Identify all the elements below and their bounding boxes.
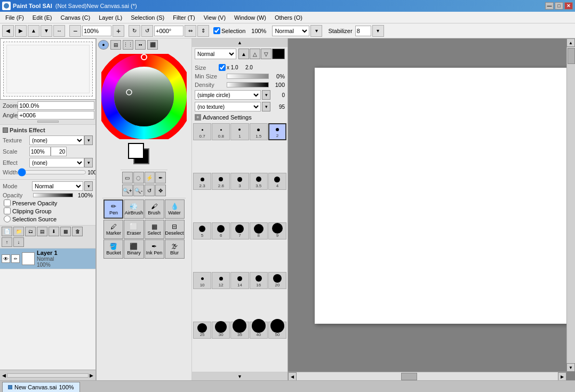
canvas-tab[interactable]: New Canvas.sai 100% bbox=[2, 382, 80, 392]
zoom-plus-tool[interactable]: 🔍+ bbox=[122, 185, 133, 196]
drawing-canvas[interactable] bbox=[315, 68, 575, 324]
brush-preset-item[interactable]: 50 bbox=[268, 322, 286, 339]
nav-next-button[interactable]: ▶ bbox=[15, 25, 27, 37]
airbrush-tool[interactable]: 💨 AirBrush bbox=[124, 199, 143, 219]
zoom-input[interactable]: 100% bbox=[82, 26, 111, 36]
layer-options-button[interactable]: ▤ bbox=[37, 227, 47, 236]
texture-dropdown-btn[interactable]: ▾ bbox=[262, 102, 270, 111]
menu-selection[interactable]: Selection (S) bbox=[126, 13, 169, 22]
maximize-button[interactable]: □ bbox=[555, 2, 563, 10]
brush-preset-item[interactable]: 30 bbox=[212, 322, 230, 339]
brush-preset-item[interactable]: 3.5 bbox=[250, 173, 268, 190]
menu-others[interactable]: Others (O) bbox=[270, 13, 307, 22]
new-folder-button[interactable]: 📁 bbox=[13, 227, 24, 236]
magic-wand-tool[interactable]: ⚡ bbox=[145, 172, 155, 183]
flip-h-button[interactable]: ⇔ bbox=[185, 25, 196, 37]
binary-tool[interactable]: ⬛ Binary bbox=[124, 239, 143, 259]
brush-preset-item[interactable]: 9 bbox=[268, 222, 286, 239]
blend-mode-select[interactable]: Normal bbox=[272, 26, 309, 36]
zoom-out-button[interactable]: − bbox=[69, 25, 81, 37]
rotate-cw-button[interactable]: ↻ bbox=[129, 25, 140, 37]
clipping-group-checkbox[interactable] bbox=[4, 207, 11, 214]
lasso-select-tool[interactable]: ◌ bbox=[133, 172, 144, 183]
brush-preset-item[interactable]: 40 bbox=[250, 322, 268, 339]
brush-preset-item[interactable]: 3 bbox=[230, 173, 249, 190]
menu-window[interactable]: Window (W) bbox=[230, 13, 270, 22]
rotate-tool[interactable]: ↺ bbox=[145, 185, 155, 196]
layer-visibility-toggle[interactable]: 👁 bbox=[2, 254, 10, 263]
fill-layer-button[interactable]: ▩ bbox=[60, 227, 71, 236]
menu-layer[interactable]: Layer (L) bbox=[94, 13, 126, 22]
hscroll-left-button[interactable]: ◀ bbox=[288, 372, 297, 380]
menu-view[interactable]: View (V) bbox=[199, 13, 230, 22]
color-slider-btn[interactable]: ▤ bbox=[110, 40, 121, 50]
selection-checkbox-area[interactable]: Selection bbox=[213, 27, 245, 34]
brush-preset-item[interactable]: 0.8 bbox=[212, 123, 230, 140]
menu-canvas[interactable]: Canvas (C) bbox=[57, 13, 95, 22]
stabilizer-input[interactable]: 8 bbox=[355, 26, 371, 36]
blur-tool[interactable]: 🌫 Blur bbox=[165, 239, 185, 259]
merge-down-button[interactable]: ⬇ bbox=[49, 227, 59, 236]
select-tool[interactable]: ▦ Select bbox=[145, 220, 164, 239]
rotation-input[interactable]: +000° bbox=[154, 26, 183, 36]
menu-edit[interactable]: Edit (E) bbox=[28, 13, 57, 22]
brush-shape-1[interactable]: ▲ bbox=[238, 49, 249, 59]
nav-prev-button[interactable]: ◀ bbox=[2, 25, 14, 37]
stabilizer-dropdown[interactable]: ▾ bbox=[372, 25, 384, 37]
size-checkbox[interactable] bbox=[219, 64, 226, 71]
marker-tool[interactable]: 🖊 Marker bbox=[103, 220, 123, 239]
foreground-color-swatch[interactable] bbox=[128, 143, 144, 159]
zoom-minus-tool[interactable]: 🔍- bbox=[133, 185, 144, 196]
pen-select-tool[interactable]: ✒ bbox=[155, 172, 166, 183]
selection-checkbox[interactable] bbox=[213, 27, 220, 34]
scale-num[interactable] bbox=[51, 147, 67, 156]
blend-mode-btn[interactable]: ▾ bbox=[310, 25, 322, 37]
bucket-tool[interactable]: 🪣 Bucket bbox=[103, 239, 123, 259]
brush-preset-item[interactable]: 7 bbox=[230, 222, 249, 239]
effect-select[interactable]: (none) bbox=[29, 158, 84, 167]
nav-up-button[interactable]: ▲ bbox=[28, 25, 39, 37]
nav-fit-button[interactable]: ↔ bbox=[53, 25, 65, 37]
brush-mode-select[interactable]: Normal bbox=[195, 49, 236, 59]
brush-preset-item[interactable]: 20 bbox=[268, 272, 286, 289]
shape-dropdown[interactable]: ▾ bbox=[262, 90, 270, 100]
new-set-button[interactable]: 🗂 bbox=[25, 227, 36, 236]
vscroll-up-button[interactable]: ▲ bbox=[566, 38, 575, 47]
color-palette-btn[interactable]: ⬛ bbox=[147, 40, 158, 50]
zoom-in-button[interactable]: + bbox=[113, 25, 124, 37]
close-button[interactable]: ✕ bbox=[564, 2, 573, 10]
preserve-opacity-checkbox[interactable] bbox=[4, 199, 11, 206]
brush-preset-item[interactable]: 8 bbox=[250, 222, 268, 239]
brush-preset-item[interactable]: 4 bbox=[268, 173, 286, 190]
brush-preset-item[interactable]: 2 bbox=[268, 123, 286, 140]
brush-preset-item[interactable]: 10 bbox=[193, 272, 211, 289]
hscroll-right-button[interactable]: ▶ bbox=[558, 372, 566, 380]
effect-dropdown[interactable]: ▾ bbox=[84, 158, 93, 167]
rect-select-tool[interactable]: ▭ bbox=[122, 172, 133, 183]
water-tool[interactable]: 💧 Water bbox=[165, 199, 185, 219]
layer-move-down-button[interactable]: ↓ bbox=[13, 237, 24, 247]
zoom-value-input[interactable]: 100.0% bbox=[18, 101, 94, 110]
pen-tool[interactable]: ✏ Pen bbox=[103, 199, 123, 219]
color-grid-btn[interactable]: ⋮⋮ bbox=[123, 40, 133, 50]
brush-preset-item[interactable]: 2.6 bbox=[212, 173, 230, 190]
layer-lock-toggle[interactable]: ✏ bbox=[11, 254, 20, 263]
brush-panel-scroll-up[interactable]: ▲ bbox=[192, 38, 288, 47]
brush-preset-item[interactable]: 2.3 bbox=[193, 173, 211, 190]
brush-tool[interactable]: 🖌 Brush bbox=[145, 199, 164, 219]
rotate-ccw-button[interactable]: ↺ bbox=[141, 25, 153, 37]
brush-preset-item[interactable]: 1 bbox=[230, 123, 249, 140]
menu-filter[interactable]: Filter (T) bbox=[169, 13, 199, 22]
brush-preset-item[interactable]: 1.5 bbox=[250, 123, 268, 140]
shape-select[interactable]: (simple circle) bbox=[195, 90, 261, 100]
vscroll-down-button[interactable]: ▼ bbox=[566, 363, 575, 372]
width-slider[interactable] bbox=[18, 169, 86, 175]
brush-preset-item[interactable]: 0.7 bbox=[193, 123, 211, 140]
brush-preset-item[interactable]: 25 bbox=[193, 322, 211, 339]
hscrollbar[interactable]: ◀ ▶ bbox=[288, 372, 566, 380]
texture-brush-select[interactable]: (no texture) bbox=[195, 102, 261, 111]
brush-preset-item[interactable]: 6 bbox=[212, 222, 230, 239]
delete-layer-button[interactable]: 🗑 bbox=[72, 227, 83, 236]
texture-select[interactable]: (none) bbox=[29, 135, 84, 145]
brush-color-preview[interactable] bbox=[272, 49, 285, 59]
